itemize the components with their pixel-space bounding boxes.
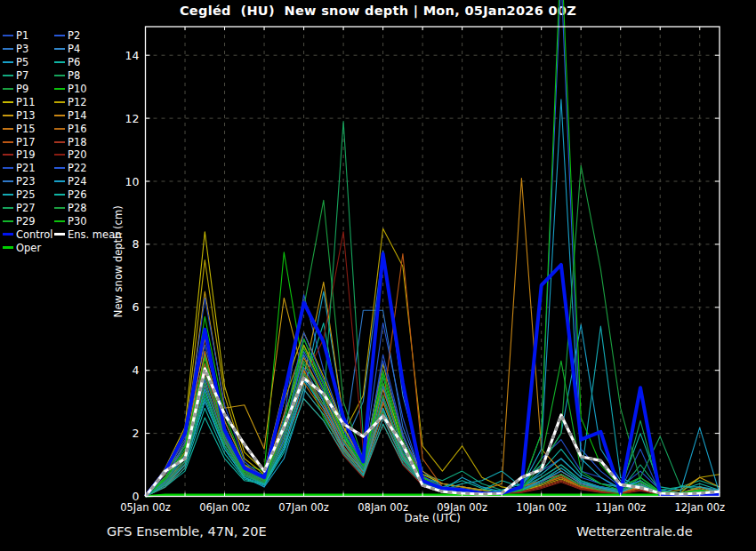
legend-label: P24 (68, 175, 87, 188)
x-tick-label: 06Jan 00z (199, 501, 250, 514)
legend-label: P11 (16, 96, 36, 108)
legend-item-ens-mean: Ens. mean (54, 228, 117, 241)
legend-swatch (3, 141, 13, 143)
legend-swatch (3, 48, 13, 50)
legend-swatch (54, 141, 65, 143)
y-tick-label: 12 (125, 112, 140, 125)
legend-label: Ens. mean (68, 228, 121, 241)
legend-swatch (3, 220, 13, 222)
legend-swatch (3, 75, 13, 76)
legend-swatch (54, 61, 65, 63)
legend-item-p25: P25 (3, 188, 54, 202)
legend-swatch (54, 115, 65, 116)
legend-swatch (3, 61, 13, 63)
legend-item-control: Control (3, 228, 54, 241)
legend-label: P10 (68, 83, 87, 95)
legend-item-p8: P8 (54, 69, 117, 83)
legend-label: P25 (16, 188, 36, 201)
x-tick-label: 10Jan 00z (516, 501, 567, 514)
legend-label: P1 (16, 29, 28, 42)
legend-label: Oper (16, 242, 41, 254)
legend-label: P6 (68, 56, 80, 68)
legend-label: P3 (16, 43, 28, 55)
legend-item-p21: P21 (3, 162, 54, 175)
source-watermark: Wetterzentrale.de (576, 524, 693, 539)
legend-label: P14 (68, 109, 87, 122)
series-p25 (146, 326, 720, 496)
y-tick-label: 4 (133, 363, 140, 377)
legend-item-oper: Oper (3, 241, 54, 254)
legend-swatch (3, 35, 13, 36)
legend-label: P26 (68, 188, 87, 201)
legend-swatch (3, 128, 13, 130)
y-tick-label: 8 (133, 237, 140, 251)
legend-swatch (3, 180, 13, 182)
legend-item-p16: P16 (54, 122, 117, 135)
legend-item-p24: P24 (54, 175, 117, 188)
legend-label: P12 (68, 96, 87, 108)
x-tick-label: 07Jan 00z (278, 501, 329, 514)
legend-item-p3: P3 (3, 43, 54, 56)
legend-item-p22: P22 (54, 162, 117, 175)
legend-swatch (3, 207, 13, 209)
legend-label: P19 (16, 148, 36, 161)
legend-swatch (3, 154, 13, 156)
legend-label: P21 (16, 162, 36, 174)
legend-swatch (54, 35, 65, 36)
legend-label: P7 (16, 69, 28, 82)
legend-swatch (54, 101, 65, 103)
legend-swatch (54, 194, 65, 196)
legend-swatch (54, 167, 65, 169)
legend-item-p5: P5 (3, 56, 54, 69)
legend-swatch (3, 246, 13, 249)
y-tick-label: 6 (133, 300, 140, 314)
x-tick-label: 08Jan 00z (358, 501, 408, 514)
legend-label: P2 (68, 29, 80, 42)
legend-swatch (54, 88, 65, 90)
legend-label: P23 (16, 175, 36, 188)
legend-item-p23: P23 (3, 175, 54, 188)
legend-label: P29 (16, 215, 36, 228)
series-p17 (146, 254, 720, 497)
ensemble-plume-chart: Cegléd (HU) New snow depth | Mon, 05Jan2… (0, 0, 756, 551)
legend-swatch (54, 233, 65, 236)
legend-item-p11: P11 (3, 95, 54, 108)
x-tick-label: 05Jan 00z (120, 501, 171, 514)
legend-label: P13 (16, 109, 36, 122)
legend-swatch (3, 115, 13, 116)
legend-label: P28 (68, 202, 87, 214)
legend-label: P4 (68, 43, 80, 55)
series-p3 (146, 310, 720, 496)
legend-item-p29: P29 (3, 214, 54, 228)
legend-item-p10: P10 (54, 83, 117, 96)
legend-swatch (3, 233, 13, 236)
legend-swatch (54, 207, 65, 209)
legend-item-p28: P28 (54, 202, 117, 215)
legend-label: P22 (68, 162, 87, 174)
legend-item-p13: P13 (3, 108, 54, 122)
legend-swatch (3, 101, 13, 103)
legend-label: P15 (16, 123, 36, 135)
legend-label: P18 (68, 136, 87, 148)
legend-swatch (54, 154, 65, 156)
y-tick-label: 2 (133, 427, 140, 440)
legend-item-p30: P30 (54, 214, 117, 228)
legend-swatch (3, 88, 13, 90)
legend-item-p1: P1 (3, 29, 54, 43)
legend-label: P8 (68, 69, 80, 82)
legend-item-p9: P9 (3, 83, 54, 96)
legend-swatch (3, 167, 13, 169)
legend-swatch (54, 220, 65, 222)
legend-item-p27: P27 (3, 202, 54, 215)
legend-label: Control (16, 228, 53, 241)
legend-label: P9 (16, 83, 28, 95)
y-tick-label: 10 (125, 175, 140, 188)
legend-swatch (54, 128, 65, 130)
legend-swatch (54, 75, 65, 76)
legend: P1P2P3P4P5P6P7P8P9P10P11P12P13P14P15P16P… (3, 29, 117, 254)
model-run-label: GFS Ensemble, 47N, 20E (107, 524, 267, 539)
legend-item-p15: P15 (3, 122, 54, 135)
legend-item-p26: P26 (54, 188, 117, 202)
legend-label: P5 (16, 56, 28, 68)
legend-item-p12: P12 (54, 95, 117, 108)
